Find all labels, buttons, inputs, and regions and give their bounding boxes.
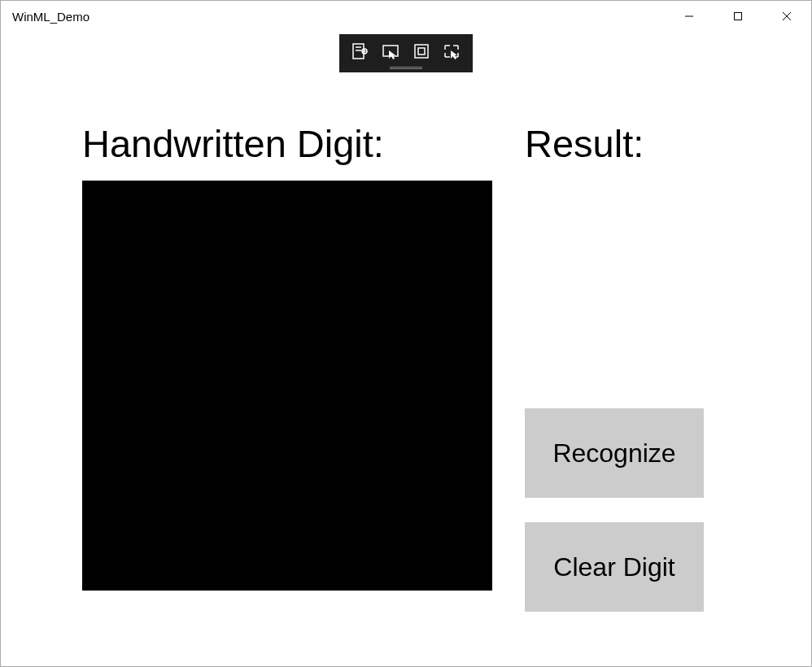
minimize-button[interactable] [665,1,714,32]
left-column: Handwritten Digit: [82,121,492,666]
clear-digit-button[interactable]: Clear Digit [525,522,704,612]
button-stack: Recognize Clear Digit [525,408,738,612]
minimize-icon [684,11,694,21]
svg-rect-11 [415,45,428,58]
window-title: WinML_Demo [12,10,89,24]
maximize-icon [733,11,743,21]
handwritten-digit-label: Handwritten Digit: [82,121,492,166]
visual-tree-button[interactable] [347,39,372,63]
result-label: Result: [525,121,738,166]
selection-icon [382,42,399,60]
recognize-button[interactable]: Recognize [525,408,704,498]
debug-toolbar-row [347,39,465,63]
svg-rect-12 [418,48,425,54]
toolbar-drag-handle[interactable] [390,67,422,69]
xaml-debug-toolbar[interactable] [339,34,473,72]
layout-adorners-icon [413,42,430,60]
window-controls [665,1,811,32]
visual-tree-icon [351,42,369,60]
svg-rect-1 [735,13,742,20]
drawing-canvas[interactable] [82,181,492,591]
content-area: Handwritten Digit: Result: Recognize Cle… [1,32,811,666]
enable-selection-button[interactable] [378,39,403,63]
right-column: Result: Recognize Clear Digit [525,121,738,666]
titlebar: WinML_Demo [1,1,811,32]
track-focus-button[interactable] [440,39,465,63]
app-window: WinML_Demo [0,0,812,667]
close-icon [782,11,792,21]
close-button[interactable] [762,1,811,32]
maximize-button[interactable] [714,1,762,32]
layout-adorners-button[interactable] [409,39,434,63]
track-focus-icon [443,42,461,60]
